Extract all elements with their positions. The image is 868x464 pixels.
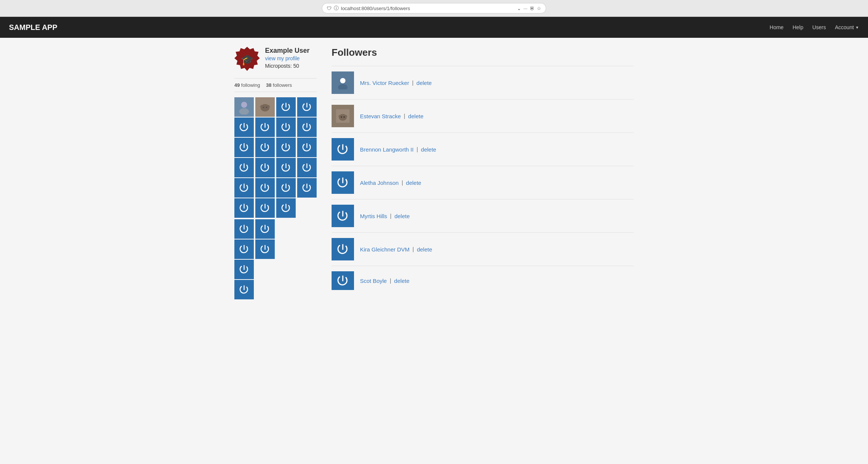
mini-avatar-person[interactable] [234, 97, 254, 117]
follower-avatar-6[interactable] [332, 271, 354, 290]
mini-power-icon-4-top[interactable] [297, 97, 317, 117]
delete-link-4[interactable]: delete [394, 213, 410, 219]
mini-power-icon-3d[interactable] [276, 178, 296, 198]
delete-link-2[interactable]: delete [421, 146, 436, 153]
follower-avatar-1[interactable] [332, 105, 354, 127]
mini-power-icon-3a[interactable] [276, 117, 296, 137]
mini-power-icon-2d[interactable] [255, 178, 275, 198]
followers-count: 38 [266, 82, 271, 88]
nav-item-help[interactable]: Help [792, 24, 803, 30]
following-col-5 [234, 219, 254, 299]
power-avatar-icon [336, 176, 350, 189]
mini-power-icon-1c[interactable] [234, 158, 254, 177]
follower-info-2: Brennon Langworth II | delete [360, 146, 436, 153]
delete-link-1[interactable]: delete [408, 113, 424, 119]
mini-power-icon-3e[interactable] [276, 198, 296, 218]
following-stat[interactable]: 49 following [234, 82, 260, 88]
power-btn-icon [238, 284, 250, 295]
following-col-3 [276, 97, 296, 218]
power-btn-icon [280, 142, 292, 153]
user-details: Example User view my profile Microposts:… [265, 47, 310, 69]
follower-info-6: Scot Boyle | delete [360, 278, 409, 284]
view-profile-link[interactable]: view my profile [265, 55, 310, 61]
mini-power-icon-3-top[interactable] [276, 97, 296, 117]
mini-power-icon-2c[interactable] [255, 158, 275, 177]
url-bar[interactable]: 🛡 ⓘ localhost:8080/users/1/followers ⌄ ·… [322, 3, 546, 13]
mini-power-icon-1a[interactable] [234, 117, 254, 137]
account-caret: ▼ [855, 25, 859, 30]
mini-avatar-cat[interactable] [255, 97, 275, 117]
account-dropdown[interactable]: Account ▼ [835, 24, 859, 30]
mini-power-icon-2b[interactable] [255, 138, 275, 157]
mini-power-icon-4c[interactable] [297, 158, 317, 177]
power-btn-icon [259, 162, 271, 173]
followers-stat[interactable]: 38 followers [266, 82, 292, 88]
microposts-label: Microposts: [265, 63, 292, 69]
following-count: 49 [234, 82, 240, 88]
follower-avatar-2[interactable] [332, 138, 354, 161]
follower-name-6[interactable]: Scot Boyle [360, 278, 387, 284]
nav-item-users[interactable]: Users [812, 24, 826, 30]
svg-point-11 [339, 114, 347, 121]
mini-power-icon-1e[interactable] [234, 198, 254, 218]
mini-power-icon-1d[interactable] [234, 178, 254, 198]
user-info: 🎓 Example User view my profile Micropost… [234, 47, 317, 72]
follower-name-4[interactable]: Myrtis Hills [360, 213, 387, 219]
delete-link-3[interactable]: delete [406, 180, 421, 186]
follower-name-5[interactable]: Kira Gleichner DVM [360, 246, 410, 253]
mini-power-icon-5c[interactable] [234, 280, 254, 299]
delete-link-5[interactable]: delete [417, 246, 432, 253]
follower-avatar-4[interactable] [332, 205, 354, 227]
delete-link-6[interactable]: delete [394, 278, 409, 284]
mini-power-icon-6-top[interactable] [255, 219, 275, 239]
mini-power-icon-5b[interactable] [234, 260, 254, 279]
power-btn-icon [259, 223, 271, 235]
follower-avatar-5[interactable] [332, 238, 354, 260]
delete-link-0[interactable]: delete [416, 80, 432, 86]
avatar: 🎓 [234, 47, 260, 72]
following-label: following [241, 82, 260, 88]
following-grid [234, 97, 317, 299]
follower-name-0[interactable]: Mrs. Victor Ruecker [360, 80, 409, 86]
shield-icon: 🛡 [327, 6, 332, 11]
ellipsis-icon: ··· [523, 6, 527, 11]
followers-label: followers [273, 82, 292, 88]
nav-link-help[interactable]: Help [792, 24, 803, 30]
follower-name-2[interactable]: Brennon Langworth II [360, 146, 413, 153]
list-item: Aletha Johnson | delete [332, 166, 634, 199]
mini-power-icon-6a[interactable] [255, 239, 275, 259]
mini-power-icon-4a[interactable] [297, 117, 317, 137]
power-btn-icon [280, 101, 292, 113]
navbar-brand[interactable]: SAMPLE APP [9, 23, 57, 32]
chevron-down-icon: ⌄ [517, 6, 521, 11]
mini-power-icon-5-top[interactable] [234, 219, 254, 239]
power-btn-icon [280, 182, 292, 193]
separator-1: | [404, 113, 405, 119]
mini-power-icon-3b[interactable] [276, 138, 296, 157]
browser-chrome: 🛡 ⓘ localhost:8080/users/1/followers ⌄ ·… [0, 0, 868, 17]
mini-power-icon-2e[interactable] [255, 198, 275, 218]
power-btn-icon [301, 142, 313, 153]
follower-avatar-0[interactable] [332, 71, 354, 94]
follower-avatar-3[interactable] [332, 171, 354, 194]
followers-title: Followers [332, 47, 634, 58]
nav-link-users[interactable]: Users [812, 24, 826, 30]
nav-item-home[interactable]: Home [770, 24, 784, 30]
follower-info-1: Estevan Stracke | delete [360, 113, 424, 119]
follower-name-3[interactable]: Aletha Johnson [360, 180, 398, 186]
mini-power-icon-3c[interactable] [276, 158, 296, 177]
mini-power-icon-4b[interactable] [297, 138, 317, 157]
nav-link-home[interactable]: Home [770, 24, 784, 30]
separator-5: | [413, 246, 414, 252]
mini-power-icon-4d[interactable] [297, 178, 317, 198]
power-btn-icon [238, 182, 250, 193]
power-avatar-icon [336, 209, 350, 223]
mini-power-icon-1b[interactable] [234, 138, 254, 157]
follower-name-1[interactable]: Estevan Stracke [360, 113, 401, 119]
power-btn-icon [301, 122, 313, 133]
account-label: Account [835, 24, 854, 30]
mini-power-icon-2a[interactable] [255, 117, 275, 137]
mini-power-icon-5a[interactable] [234, 239, 254, 259]
follower-info-5: Kira Gleichner DVM | delete [360, 246, 432, 253]
nav-item-account[interactable]: Account ▼ [835, 24, 859, 30]
